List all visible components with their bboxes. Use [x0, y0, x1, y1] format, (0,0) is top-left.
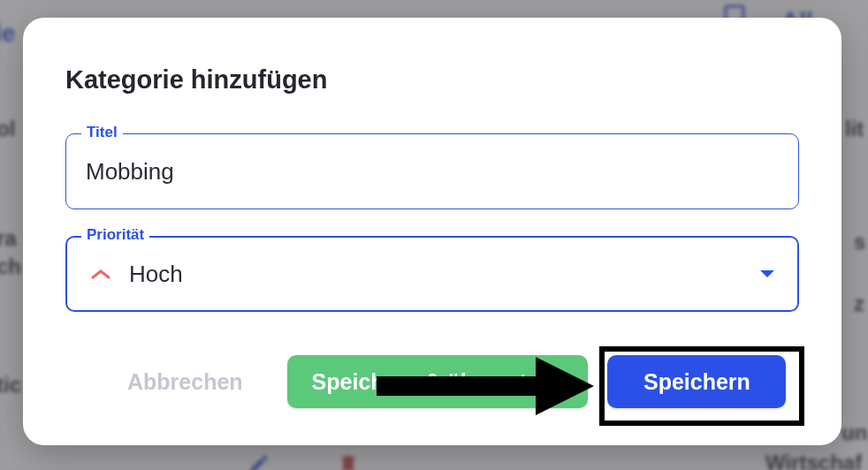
add-category-modal: Kategorie hinzufügen Titel Priorität Hoc…	[23, 18, 841, 445]
priority-high-icon	[88, 262, 113, 286]
title-input[interactable]	[65, 133, 799, 209]
modal-actions: Abbrechen Speichern & übersetzen Speiche…	[65, 355, 799, 408]
priority-label: Priorität	[81, 226, 149, 244]
priority-selected-value: Hoch	[129, 261, 742, 288]
save-and-translate-button[interactable]: Speichern & übersetzen	[287, 355, 589, 408]
priority-select[interactable]: Hoch	[65, 236, 799, 312]
title-field-wrap: Titel	[65, 133, 799, 209]
modal-title: Kategorie hinzufügen	[65, 65, 799, 95]
save-button[interactable]: Speichern	[607, 355, 786, 408]
chevron-down-icon	[758, 269, 776, 279]
cancel-button[interactable]: Abbrechen	[103, 355, 268, 408]
title-label: Titel	[81, 124, 123, 141]
priority-field-wrap: Priorität Hoch	[65, 236, 799, 312]
